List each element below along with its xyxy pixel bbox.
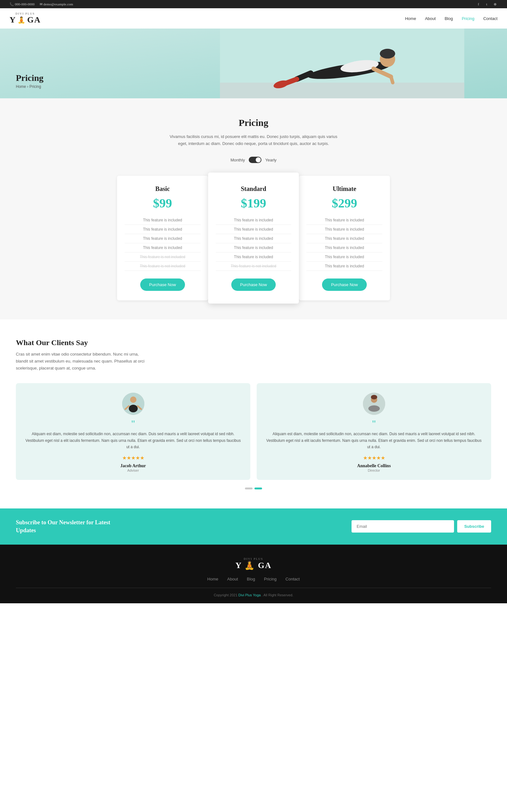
plan-basic-features: This feature is included This feature is… [125,216,201,271]
social-links: f t ⊕ [476,2,498,7]
footer-nav-home[interactable]: Home [207,577,218,581]
top-bar: 📞 000-000-0000 ✉ demo@example.com f t ⊕ [0,0,507,8]
pricing-cards: Basic $99 This feature is included This … [117,176,390,300]
footer-nav-blog[interactable]: Blog [247,577,255,581]
logo[interactable]: DIVI PLUS Y 🧘 GA [9,12,41,25]
testimonial-text-1: Aliquam est diam, molestie sed sollicitu… [23,431,243,450]
nav-blog[interactable]: Blog [445,16,453,21]
footer-nav: Home About Blog Pricing Contact [16,577,491,581]
feature-item: This feature is included [125,243,201,252]
plan-ultimate-features: This feature is included This feature is… [306,216,382,271]
feature-item: This feature is included [125,234,201,243]
footer-logo-y: Y [235,561,242,570]
billing-toggle[interactable] [249,157,262,163]
plan-standard-price: $199 [216,196,292,210]
stars-2: ★★★★★ [264,455,484,461]
breadcrumb: Home › Pricing [16,84,44,89]
breadcrumb-home[interactable]: Home [16,84,26,89]
reviewer-name-1: Jacob Arthur [23,463,243,469]
svg-point-5 [380,49,395,59]
breadcrumb-current: Pricing [30,84,41,89]
reviewer-role-1: Adviser [23,469,243,472]
footer: DIVI PLUS Y 🧘 GA Home About Blog Pricing… [0,545,507,603]
plan-basic-name: Basic [125,185,201,193]
footer-logo-ga: GA [258,561,272,570]
yearly-label: Yearly [265,158,277,163]
quote-icon-1: " [23,419,243,428]
feature-item: This feature is included [125,225,201,234]
nav-pricing[interactable]: Pricing [462,16,474,21]
footer-nav-contact[interactable]: Contact [286,577,300,581]
plan-ultimate-name: Ultimate [306,185,382,193]
svg-point-13 [129,405,138,412]
nav-contact[interactable]: Contact [483,16,498,21]
footer-brand-link[interactable]: Divi Plus Yoga [238,593,261,597]
svg-rect-1 [220,83,464,99]
feature-item-excluded: This feature is not included [125,252,201,262]
feature-item: This feature is included [125,216,201,225]
testimonials-section: What Our Clients Say Cras sit amet enim … [0,319,507,508]
feature-item: This feature is included [306,243,382,252]
dot-2-active[interactable] [255,488,262,489]
feature-item-excluded: This feature is not included [216,262,292,271]
pricing-description: Vivamus facilisis cursus mi, id posuere … [168,133,339,147]
reviewer-role-2: Director [264,469,484,472]
purchase-standard-button[interactable]: Purchase Now [231,278,276,291]
footer-yoga-icon: 🧘 [244,561,255,570]
purchase-basic-button[interactable]: Purchase Now [140,278,185,291]
plan-standard-features: This feature is included This feature is… [216,216,292,271]
logo-text-ga: GA [27,15,41,25]
main-nav: Home About Blog Pricing Contact [405,16,498,21]
stars-1: ★★★★★ [23,455,243,461]
billing-toggle-row: Monthly Yearly [13,157,494,163]
feature-item: This feature is included [306,262,382,271]
footer-nav-pricing[interactable]: Pricing [264,577,277,581]
footer-nav-about[interactable]: About [227,577,238,581]
feature-item-excluded: This feature is not included [125,262,201,271]
feature-item: This feature is included [216,225,292,234]
toggle-knob [256,157,261,163]
plan-standard-name: Standard [216,185,292,193]
logo-subtitle: DIVI PLUS [15,12,35,15]
plan-ultimate: Ultimate $299 This feature is included T… [299,176,390,300]
footer-logo-subtitle: DIVI PLUS [16,557,491,560]
newsletter-email-input[interactable] [351,520,454,533]
testimonial-1: " Aliquam est diam, molestie sed sollici… [16,383,250,480]
email: ✉ demo@example.com [40,2,73,6]
testimonial-2: " Aliquam est diam, molestie sed sollici… [257,383,491,480]
avatar-1 [122,393,145,415]
svg-point-12 [130,396,136,403]
footer-copyright: Copyright 2021 Divi Plus Yoga . All Righ… [16,593,491,597]
hero-section: Pricing Home › Pricing [0,28,507,98]
nav-home[interactable]: Home [405,16,416,21]
header: DIVI PLUS Y 🧘 GA Home About Blog Pricing… [0,8,507,28]
footer-divider [16,588,491,588]
carousel-dots [16,488,491,489]
svg-line-7 [391,77,393,83]
svg-point-19 [371,395,377,399]
twitter-icon[interactable]: t [484,2,489,7]
plan-basic-price: $99 [125,196,201,210]
hero-content: Pricing Home › Pricing [0,73,59,98]
plan-ultimate-price: $299 [306,196,382,210]
dot-1[interactable] [245,488,252,489]
testimonials-title: What Our Clients Say [16,338,491,347]
feature-item: This feature is included [306,225,382,234]
plan-basic: Basic $99 This feature is included This … [117,176,208,300]
feature-item: This feature is included [306,252,382,262]
rss-icon[interactable]: ⊕ [492,2,498,7]
newsletter-title: Subscribe to Our Newsletter for Latest U… [16,519,124,535]
logo-text-y: Y [9,15,16,25]
feature-item: This feature is included [216,243,292,252]
testimonials-description: Cras sit amet enim vitae odio consectetu… [16,351,149,372]
feature-item: This feature is included [216,252,292,262]
breadcrumb-separator: › [27,84,29,89]
subscribe-button[interactable]: Subscribe [457,520,491,533]
quote-icon-2: " [264,419,484,428]
purchase-ultimate-button[interactable]: Purchase Now [322,278,367,291]
nav-about[interactable]: About [425,16,436,21]
newsletter-form: Subscribe [351,520,491,533]
hero-image [177,28,507,98]
testimonials-grid: " Aliquam est diam, molestie sed sollici… [16,383,491,480]
facebook-icon[interactable]: f [476,2,481,7]
